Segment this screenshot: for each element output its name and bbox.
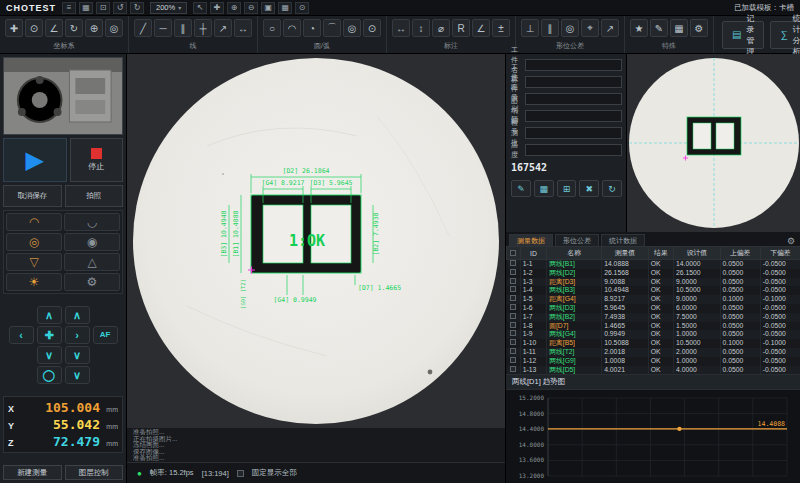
- cross-line-tool-icon[interactable]: ┼: [194, 19, 212, 37]
- two-line-tool-icon[interactable]: ↔: [234, 19, 252, 37]
- y-minus-fast-button[interactable]: ∨: [65, 346, 90, 364]
- y-plus-fast-button[interactable]: ∧: [65, 306, 90, 324]
- refresh-record-button[interactable]: ↻: [602, 180, 622, 197]
- delete-record-button[interactable]: ✖: [579, 180, 599, 197]
- ring-light-bottom-icon[interactable]: ◡: [64, 213, 120, 231]
- coaxial-light-icon[interactable]: ◎: [6, 233, 62, 251]
- lens-button[interactable]: ◯: [37, 366, 62, 384]
- position-tool-icon[interactable]: ⌖: [581, 19, 599, 37]
- sidebar-bottom-button[interactable]: 图层控制: [65, 465, 124, 480]
- sheet-number-field[interactable]: [525, 110, 622, 122]
- redo-icon[interactable]: ↻: [130, 2, 144, 14]
- cancel-save-button[interactable]: 取消保存: [3, 185, 62, 207]
- zoom-select[interactable]: 200% ▾: [150, 2, 187, 14]
- snapshot-button[interactable]: 拍照: [65, 185, 124, 207]
- angle-tool-icon[interactable]: ∠: [45, 19, 63, 37]
- crosshair-icon[interactable]: ⊙: [295, 2, 309, 14]
- table-row[interactable]: 1-7 两线[B2] 7.4938 OK 7.5000 0.0500 -0.05…: [507, 313, 800, 322]
- z-down-button[interactable]: ∨: [65, 366, 90, 384]
- tolerance-tool-icon[interactable]: ±: [492, 19, 510, 37]
- save-icon[interactable]: ▦: [79, 2, 93, 14]
- secondary-camera-preview[interactable]: [626, 54, 800, 232]
- row-checkbox[interactable]: [510, 322, 516, 328]
- rotate-tool-icon[interactable]: ↻: [65, 19, 83, 37]
- dome-light-icon[interactable]: △: [64, 253, 120, 271]
- zoom-in-icon[interactable]: ⊕: [227, 2, 241, 14]
- row-checkbox[interactable]: [510, 357, 516, 363]
- row-checkbox[interactable]: [510, 278, 516, 284]
- row-checkbox[interactable]: [510, 260, 516, 266]
- h-dim-tool-icon[interactable]: ↔: [392, 19, 410, 37]
- row-checkbox[interactable]: [510, 330, 516, 336]
- radius-tool-icon[interactable]: R: [452, 19, 470, 37]
- edit-record-button[interactable]: ✎: [511, 180, 531, 197]
- axis-tool-icon[interactable]: ⊕: [85, 19, 103, 37]
- macro-tool-icon[interactable]: ▦: [670, 19, 688, 37]
- table-row[interactable]: 1-10 距离[B5] 10.5088 OK 10.5000 0.1000 -0…: [507, 339, 800, 348]
- table-row[interactable]: 1-12 两线[G9] 1.0008 OK 1.0000 0.0500 -0.0…: [507, 357, 800, 366]
- diameter-tool-icon[interactable]: ⌀: [432, 19, 450, 37]
- open-file-icon[interactable]: ⊡: [96, 2, 110, 14]
- pan-icon[interactable]: ✚: [210, 2, 224, 14]
- table-row[interactable]: 1-2 两线[D2] 26.1568 OK 26.1500 0.0500 -0.…: [507, 269, 800, 278]
- side-light-icon[interactable]: ◉: [64, 233, 120, 251]
- tab-gdt[interactable]: 形位公差: [555, 234, 599, 246]
- x-plus-button[interactable]: ›: [65, 326, 90, 344]
- run-button[interactable]: ▶: [3, 138, 67, 182]
- select-all-checkbox[interactable]: [507, 247, 521, 260]
- dot-circle-tool-icon[interactable]: ⊙: [363, 19, 381, 37]
- back-light-icon[interactable]: ▽: [6, 253, 62, 271]
- curve-tool-icon[interactable]: ⌒: [323, 19, 341, 37]
- workpiece-id-field[interactable]: [525, 93, 622, 105]
- camera-viewport[interactable]: [D2] 26.1864 [G4] 8.9217 [D3] 5.9645 [B1…: [127, 54, 505, 428]
- table-row[interactable]: 1-4 两线[B3] 10.4948 OK 10.5000 0.0500 -0.…: [507, 286, 800, 295]
- record-manage-button[interactable]: ▤ 记录管理: [722, 21, 764, 49]
- perpendicularity-tool-icon[interactable]: ⊥: [521, 19, 539, 37]
- table-row[interactable]: 1-5 距离[G4] 8.9217 OK 9.0000 0.1000 -0.10…: [507, 295, 800, 304]
- settings-tool-icon[interactable]: ⚙: [690, 19, 708, 37]
- table-row[interactable]: 1-13 两线[D5] 4.0021 OK 4.0000 0.0500 -0.0…: [507, 366, 800, 374]
- save-record-button[interactable]: ▦: [534, 180, 554, 197]
- line-tool-icon[interactable]: ╱: [134, 19, 152, 37]
- ray-tool-icon[interactable]: ↗: [214, 19, 232, 37]
- x-minus-button[interactable]: ‹: [9, 326, 34, 344]
- table-row[interactable]: 1-3 距离[D3] 9.0088 OK 9.0000 0.0500 -0.05…: [507, 278, 800, 287]
- drawing-number-field[interactable]: [525, 76, 622, 88]
- table-row[interactable]: 1-11 两线[T2] 2.0018 OK 2.0000 0.0500 -0.0…: [507, 348, 800, 357]
- table-row[interactable]: 1-8 圆[D7] 1.4665 OK 1.5000 0.0500 -0.050…: [507, 322, 800, 331]
- stats-analysis-button[interactable]: ∑ 统计分析: [770, 21, 800, 49]
- runout-tool-icon[interactable]: ↗: [601, 19, 619, 37]
- concentricity-tool-icon[interactable]: ◎: [561, 19, 579, 37]
- row-checkbox[interactable]: [510, 313, 516, 319]
- tab-measure-data[interactable]: 测量数据: [509, 234, 553, 246]
- batch-field[interactable]: [525, 127, 622, 139]
- edit-tool-icon[interactable]: ✎: [650, 19, 668, 37]
- table-row[interactable]: 1-9 两线[G4] 0.9949 OK 1.0000 0.0500 -0.05…: [507, 330, 800, 339]
- template-thumbnail[interactable]: [3, 57, 123, 135]
- trend-chart[interactable]: 15.200014.800014.400014.000013.600013.20…: [506, 390, 800, 483]
- row-checkbox[interactable]: [510, 286, 516, 292]
- v-dim-tool-icon[interactable]: ↕: [412, 19, 430, 37]
- gear-icon[interactable]: ⚙: [784, 236, 798, 246]
- y-minus-button[interactable]: ∨: [37, 346, 62, 364]
- table-row[interactable]: 1-6 两线[D3] 5.9645 OK 6.0000 0.0500 -0.05…: [507, 304, 800, 313]
- cursor-icon[interactable]: ↖: [193, 2, 207, 14]
- y-plus-button[interactable]: ∧: [37, 306, 62, 324]
- row-checkbox[interactable]: [510, 339, 516, 345]
- display-mode-checkbox[interactable]: [237, 470, 244, 477]
- angle-dim-tool-icon[interactable]: ∠: [472, 19, 490, 37]
- ring-light-top-icon[interactable]: ◠: [6, 213, 62, 231]
- sector-tool-icon[interactable]: ◔: [303, 19, 321, 37]
- parallel-tool-icon[interactable]: ∥: [174, 19, 192, 37]
- zoom-out-icon[interactable]: ⊖: [244, 2, 258, 14]
- row-checkbox[interactable]: [510, 295, 516, 301]
- arc-tool-icon[interactable]: ◠: [283, 19, 301, 37]
- circle-tool-icon[interactable]: ○: [263, 19, 281, 37]
- autofocus-button[interactable]: AF: [93, 326, 118, 344]
- parallelism-tool-icon[interactable]: ∥: [541, 19, 559, 37]
- tab-statistics[interactable]: 统计数据: [601, 234, 645, 246]
- origin-tool-icon[interactable]: ✚: [5, 19, 23, 37]
- workpiece-name-field[interactable]: [525, 59, 622, 71]
- ring-tool-icon[interactable]: ◎: [343, 19, 361, 37]
- menu-icon[interactable]: ≡: [62, 2, 76, 14]
